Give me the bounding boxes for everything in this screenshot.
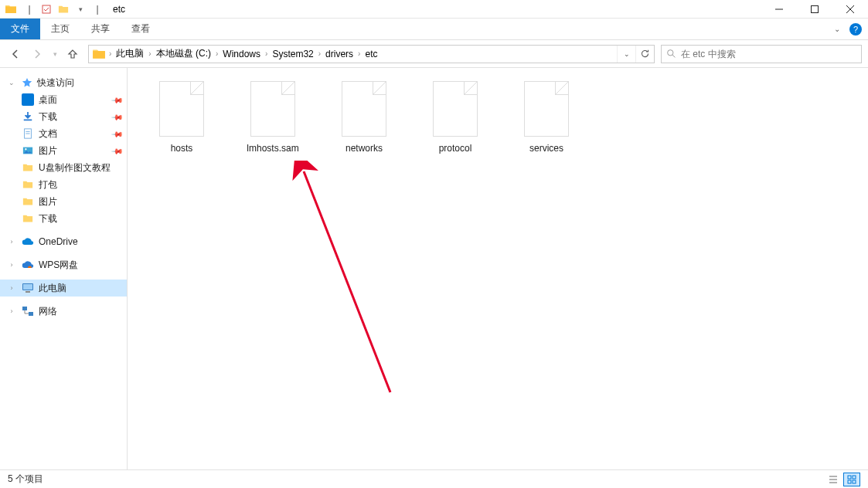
file-label: services — [529, 143, 563, 154]
svg-rect-2 — [812, 5, 819, 12]
address-bar[interactable]: › 此电脑 › 本地磁盘 (C:) › Windows › System32 ›… — [88, 45, 655, 63]
crumb-drive-c[interactable]: 本地磁盘 (C:) — [153, 46, 214, 63]
sidebar-label: 文档 — [39, 127, 57, 141]
qat-folder-icon[interactable] — [56, 2, 71, 17]
crumb-etc[interactable]: etc — [362, 46, 380, 63]
forward-button[interactable] — [28, 45, 46, 63]
crumb-system32[interactable]: System32 — [269, 46, 316, 63]
tab-view[interactable]: 查看 — [121, 19, 161, 39]
search-box[interactable] — [661, 45, 862, 63]
chevron-right-icon[interactable]: › — [8, 307, 15, 315]
sidebar-item-folder-usb[interactable]: U盘制作图文教程 — [0, 159, 127, 176]
sidebar-quick-access[interactable]: ⌄ 快速访问 — [0, 74, 127, 91]
sidebar-label: U盘制作图文教程 — [39, 161, 111, 175]
chevron-down-icon[interactable]: ⌄ — [8, 79, 15, 86]
qat-separator-2: | — [90, 2, 105, 17]
folder-icon — [22, 195, 34, 208]
back-button[interactable] — [6, 45, 25, 63]
pin-icon: 📌 — [111, 144, 124, 158]
address-history-dropdown[interactable]: ⌄ — [617, 46, 635, 63]
sidebar-item-downloads[interactable]: 下载 📌 — [0, 108, 127, 125]
sidebar-item-folder-pics2[interactable]: 图片 — [0, 193, 127, 210]
chevron-right-icon[interactable]: › — [8, 284, 15, 292]
onedrive-icon — [22, 237, 34, 246]
search-input[interactable] — [681, 49, 856, 59]
sidebar-label: 打包 — [39, 178, 57, 191]
crumb-drivers[interactable]: drivers — [322, 46, 356, 63]
desktop-icon — [22, 93, 34, 106]
svg-rect-22 — [853, 476, 856, 479]
breadcrumb-sep[interactable]: › — [147, 49, 152, 58]
computer-icon — [22, 283, 34, 293]
qat-dropdown-icon[interactable]: ▾ — [73, 2, 88, 17]
close-button[interactable] — [832, 0, 868, 19]
sidebar-label: OneDrive — [39, 236, 78, 247]
sidebar-item-folder-pack[interactable]: 打包 — [0, 176, 127, 193]
file-menu[interactable]: 文件 — [0, 19, 40, 39]
sidebar-label: 下载 — [39, 212, 57, 225]
network-icon — [22, 306, 34, 317]
sidebar-item-desktop[interactable]: 桌面 📌 — [0, 91, 127, 108]
breadcrumb-sep[interactable]: › — [107, 49, 113, 58]
file-item-services[interactable]: services — [508, 76, 585, 159]
ribbon-tabs: 文件 主页 共享 查看 ⌄ ? — [0, 19, 868, 40]
chevron-right-icon[interactable]: › — [8, 261, 15, 269]
file-list-pane[interactable]: hosts lmhosts.sam networks protocol serv… — [128, 68, 868, 469]
sidebar-label: 快速访问 — [37, 76, 74, 90]
help-icon[interactable]: ? — [849, 23, 862, 36]
sidebar-onedrive[interactable]: › OneDrive — [0, 233, 127, 250]
qat-properties-icon[interactable] — [39, 2, 54, 17]
tab-home[interactable]: 主页 — [40, 19, 80, 39]
up-button[interactable] — [63, 45, 82, 63]
navigation-bar: ▾ › 此电脑 › 本地磁盘 (C:) › Windows › System32… — [0, 40, 868, 68]
crumb-this-pc[interactable]: 此电脑 — [113, 46, 147, 63]
pictures-icon — [22, 144, 34, 157]
breadcrumb-sep[interactable]: › — [317, 49, 322, 58]
search-icon — [666, 49, 676, 59]
minimize-button[interactable] — [761, 0, 797, 19]
sidebar-item-pictures[interactable]: 图片 📌 — [0, 142, 127, 159]
file-item-lmhosts[interactable]: lmhosts.sam — [234, 76, 311, 159]
svg-line-6 — [672, 55, 675, 57]
refresh-button[interactable] — [635, 46, 654, 63]
sidebar-label: 图片 — [39, 195, 57, 208]
file-item-hosts[interactable]: hosts — [143, 76, 220, 159]
svg-point-11 — [25, 148, 26, 150]
file-icon — [342, 81, 386, 137]
svg-rect-16 — [29, 312, 33, 316]
sidebar-label: 此电脑 — [39, 282, 66, 295]
svg-point-5 — [668, 50, 673, 56]
breadcrumb-sep[interactable]: › — [214, 49, 220, 58]
recent-locations-dropdown[interactable]: ▾ — [49, 45, 60, 63]
ribbon-expand-icon[interactable]: ⌄ — [834, 25, 840, 33]
sidebar-item-folder-dl2[interactable]: 下载 — [0, 210, 127, 227]
view-details-button[interactable] — [825, 473, 842, 486]
sidebar-label: 桌面 — [39, 93, 57, 107]
maximize-button[interactable] — [797, 0, 832, 19]
navigation-pane[interactable]: ⌄ 快速访问 桌面 📌 下载 📌 文档 📌 图片 📌 U — [0, 68, 128, 469]
quick-access-toolbar: | ▾ | — [22, 2, 105, 17]
file-item-networks[interactable]: networks — [325, 76, 403, 159]
download-icon — [22, 110, 34, 123]
sidebar-network[interactable]: › 网络 — [0, 303, 127, 320]
breadcrumb-sep[interactable]: › — [264, 49, 269, 58]
crumb-windows[interactable]: Windows — [220, 46, 264, 63]
sidebar-wps[interactable]: › WPS网盘 — [0, 256, 127, 273]
tab-share[interactable]: 共享 — [80, 19, 121, 39]
address-folder-icon — [92, 47, 106, 61]
svg-line-17 — [304, 171, 390, 392]
sidebar-this-pc[interactable]: › 此电脑 — [0, 280, 127, 297]
file-item-protocol[interactable]: protocol — [417, 76, 494, 159]
sidebar-item-documents[interactable]: 文档 📌 — [0, 125, 127, 142]
view-large-icons-button[interactable] — [843, 473, 860, 486]
svg-rect-14 — [26, 291, 30, 293]
annotation-arrow — [290, 161, 414, 408]
chevron-right-icon[interactable]: › — [8, 238, 15, 246]
file-icon — [250, 81, 295, 137]
window-title: etc — [113, 4, 125, 15]
svg-rect-15 — [22, 307, 27, 310]
breadcrumb-sep[interactable]: › — [356, 49, 362, 58]
file-icon — [159, 81, 204, 137]
pin-icon: 📌 — [111, 93, 124, 107]
file-label: networks — [345, 143, 383, 154]
